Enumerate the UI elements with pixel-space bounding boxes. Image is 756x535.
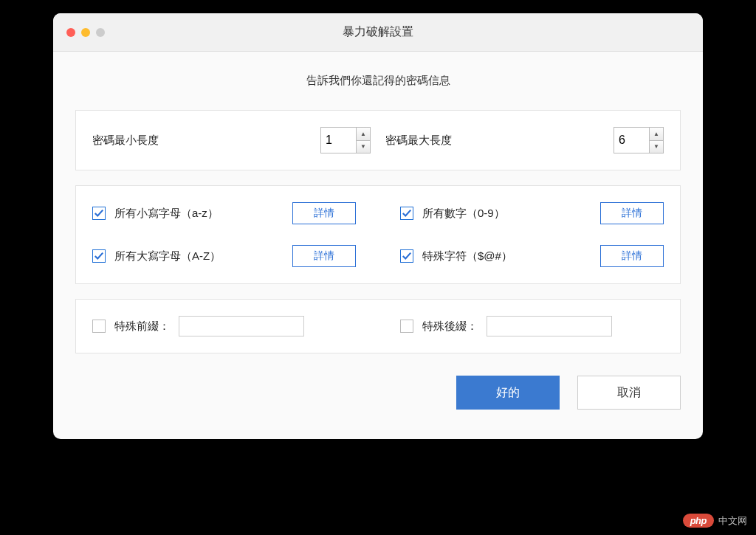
maximize-icon [96,28,105,37]
watermark-text: 中文网 [718,514,747,528]
max-length-up-button[interactable]: ▲ [649,127,664,140]
max-length-input[interactable] [614,127,649,153]
charset-row-uppercase: 所有大寫字母（A-Z） 詳情 [92,245,356,267]
length-panel: 密碼最小長度 ▲ ▼ 密碼最大長度 ▲ [75,110,681,170]
check-icon [94,251,104,261]
uppercase-label: 所有大寫字母（A-Z） [114,249,221,263]
charset-lowercase-left: 所有小寫字母（a-z） [92,207,219,221]
page-subtitle: 告訴我們你還記得的密碼信息 [75,74,681,88]
check-icon [402,251,412,261]
prefix-input[interactable] [179,316,304,336]
uppercase-checkbox[interactable] [92,249,106,263]
suffix-input[interactable] [487,316,612,336]
max-length-label: 密碼最大長度 [385,134,452,148]
lowercase-details-button[interactable]: 詳情 [292,202,356,224]
footer-buttons: 好的 取消 [75,376,681,410]
max-length-stepper: ▲ ▼ [614,127,664,153]
lowercase-label: 所有小寫字母（a-z） [114,207,219,221]
uppercase-details-button[interactable]: 詳情 [292,245,356,267]
window-title: 暴力破解設置 [53,24,703,40]
charset-row-digits: 所有數字（0-9） 詳情 [400,202,664,224]
content-area: 告訴我們你還記得的密碼信息 密碼最小長度 ▲ ▼ 密碼最大長度 [53,52,703,439]
max-length-down-button[interactable]: ▼ [649,140,664,154]
suffix-group: 特殊後綴： [400,316,664,336]
cancel-button[interactable]: 取消 [577,376,681,410]
max-length-stepper-btns: ▲ ▼ [649,127,664,153]
minimize-icon[interactable] [81,28,90,37]
prefix-group: 特殊前綴： [92,316,356,336]
prefix-label: 特殊前綴： [114,320,170,334]
window-controls [66,28,105,37]
charset-row-special: 特殊字符（$@#） 詳情 [400,245,664,267]
digits-checkbox[interactable] [400,207,413,220]
min-length-down-button[interactable]: ▼ [356,140,371,154]
suffix-label: 特殊後綴： [422,320,478,334]
min-length-up-button[interactable]: ▲ [356,127,371,140]
min-length-label: 密碼最小長度 [92,134,159,148]
min-length-stepper-btns: ▲ ▼ [356,127,371,153]
special-checkbox[interactable] [400,249,413,263]
ok-button[interactable]: 好的 [456,376,560,410]
special-details-button[interactable]: 詳情 [600,245,664,267]
digits-details-button[interactable]: 詳情 [600,202,664,224]
titlebar: 暴力破解設置 [53,13,703,52]
close-icon[interactable] [66,28,75,37]
watermark-badge: php [683,514,714,528]
settings-window: 暴力破解設置 告訴我們你還記得的密碼信息 密碼最小長度 ▲ ▼ 密碼最 [53,13,703,439]
digits-label: 所有數字（0-9） [422,207,505,221]
check-icon [94,208,104,218]
lowercase-checkbox[interactable] [92,207,106,220]
charset-row-lowercase: 所有小寫字母（a-z） 詳情 [92,202,356,224]
charset-panel: 所有小寫字母（a-z） 詳情 所有數字（0-9） 詳情 [75,185,681,284]
special-label: 特殊字符（$@#） [422,249,512,263]
charset-digits-left: 所有數字（0-9） [400,207,505,221]
prefix-checkbox[interactable] [92,320,106,333]
affix-row: 特殊前綴： 特殊後綴： [92,316,664,336]
check-icon [402,208,412,218]
charset-special-left: 特殊字符（$@#） [400,249,512,263]
affix-panel: 特殊前綴： 特殊後綴： [75,299,681,353]
length-row: 密碼最小長度 ▲ ▼ 密碼最大長度 ▲ [92,127,664,153]
min-length-input[interactable] [320,127,356,153]
charset-grid: 所有小寫字母（a-z） 詳情 所有數字（0-9） 詳情 [92,202,664,267]
suffix-checkbox[interactable] [400,320,413,333]
min-length-group: 密碼最小長度 ▲ ▼ [92,127,371,153]
max-length-group: 密碼最大長度 ▲ ▼ [385,127,664,153]
watermark: php 中文网 [683,514,747,528]
min-length-stepper: ▲ ▼ [320,127,371,153]
charset-uppercase-left: 所有大寫字母（A-Z） [92,249,221,263]
